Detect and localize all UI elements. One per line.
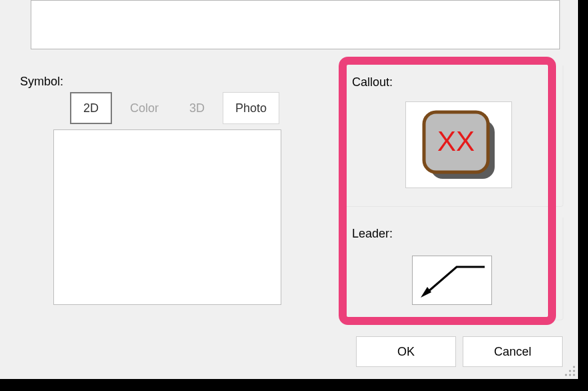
tab-2d-label: 2D: [83, 101, 99, 115]
tab-color: Color: [117, 92, 171, 124]
svg-point-4: [573, 370, 575, 372]
resize-grip-icon[interactable]: [563, 364, 577, 378]
leader-arrow-icon: [415, 259, 489, 302]
ok-button-label: OK: [397, 345, 415, 359]
symbol-tab-row: 2D Color 3D Photo: [70, 92, 279, 124]
cancel-button-label: Cancel: [494, 345, 531, 359]
tab-3d-label: 3D: [189, 101, 205, 115]
symbol-preview-area[interactable]: [53, 129, 281, 305]
svg-point-7: [569, 374, 571, 376]
top-list-box[interactable]: [31, 0, 560, 49]
svg-marker-2: [421, 287, 431, 298]
callout-xx-text: XX: [437, 125, 475, 157]
leader-preview[interactable]: [412, 256, 492, 305]
svg-point-5: [569, 370, 571, 372]
tab-2d[interactable]: 2D: [70, 92, 112, 124]
ok-button[interactable]: OK: [356, 336, 456, 367]
tab-3d: 3D: [177, 92, 217, 124]
tab-color-label: Color: [130, 101, 159, 115]
tab-photo-label: Photo: [235, 101, 267, 115]
svg-point-3: [573, 366, 575, 368]
callout-preview[interactable]: XX: [405, 101, 512, 188]
svg-point-8: [565, 374, 567, 376]
callout-xx-icon: XX: [419, 108, 499, 181]
svg-point-6: [573, 374, 575, 376]
leader-label: Leader:: [352, 227, 393, 241]
dialog-window: Symbol: 2D Color 3D Photo Callout: XX Le…: [0, 0, 578, 379]
cancel-button[interactable]: Cancel: [463, 336, 563, 367]
tab-photo[interactable]: Photo: [223, 92, 279, 124]
callout-label: Callout:: [352, 75, 393, 89]
symbol-label: Symbol:: [20, 75, 63, 89]
